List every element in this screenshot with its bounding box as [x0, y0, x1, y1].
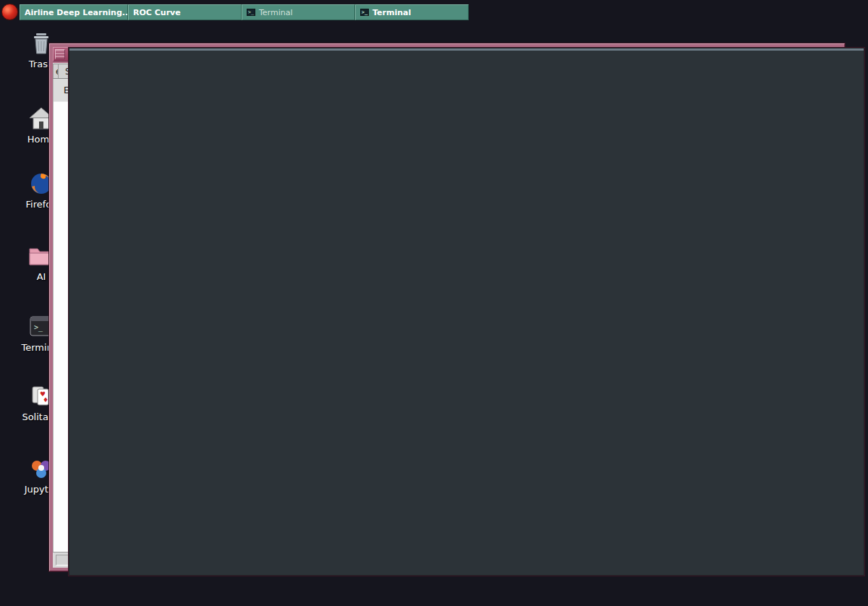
desktop: Airline Deep Learning... ROC Curve >_ Te…: [0, 0, 868, 606]
taskbar-item-terminal-1[interactable]: >_ Terminal: [242, 4, 355, 20]
taskbar: Airline Deep Learning... ROC Curve >_ Te…: [20, 4, 469, 20]
terminal-icon: >_: [360, 9, 369, 16]
terminal-icon: >_: [247, 9, 255, 16]
svg-text:>_: >_: [34, 323, 43, 332]
taskbar-item-roc-curve[interactable]: ROC Curve: [128, 4, 242, 20]
taskbar-item-label: Terminal: [373, 8, 411, 17]
taskbar-item-label: Terminal: [259, 8, 293, 17]
window-menu-button[interactable]: [55, 49, 65, 59]
taskbar-item-airline-app[interactable]: Airline Deep Learning...: [20, 4, 128, 20]
taskbar-item-label: Airline Deep Learning...: [25, 8, 128, 17]
screen-recorder-icon[interactable]: [1, 4, 18, 20]
taskbar-item-label: ROC Curve: [133, 8, 181, 17]
taskbar-item-terminal-2[interactable]: >_ Terminal: [355, 4, 469, 20]
svg-text:♦: ♦: [43, 396, 48, 404]
